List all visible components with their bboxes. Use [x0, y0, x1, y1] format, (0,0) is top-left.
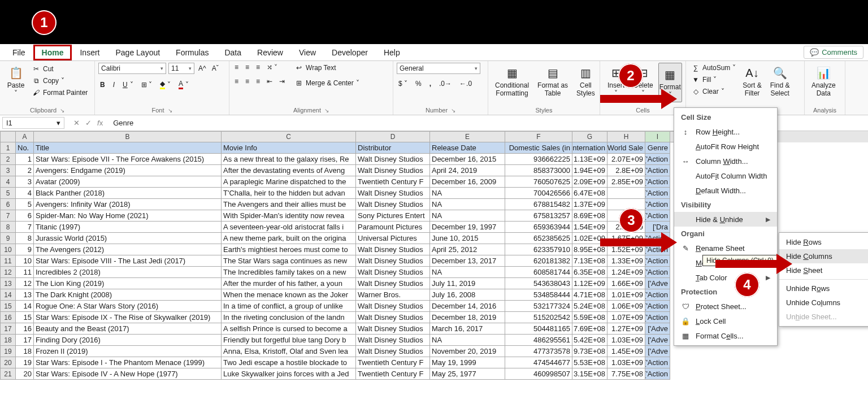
align-bottom-button[interactable]: ≡	[254, 63, 262, 72]
row-header[interactable]: 14	[0, 289, 16, 301]
tab-file[interactable]: File	[5, 45, 33, 60]
italic-button[interactable]: I	[111, 80, 116, 89]
cell[interactable]: 7	[16, 222, 34, 233]
cell[interactable]: 1.07E+09	[607, 312, 645, 323]
cell[interactable]: April 25, 2012	[430, 244, 505, 255]
cell[interactable]: Sony Pictures Entert	[356, 210, 430, 222]
tab-view[interactable]: View	[291, 45, 324, 60]
cell[interactable]: Avatar (2009)	[34, 176, 222, 188]
comments-button[interactable]: 💬 Comments	[804, 46, 863, 59]
cell[interactable]: Walt Disney Studios	[356, 335, 430, 346]
row-header[interactable]: 13	[0, 278, 16, 289]
increase-decimal-button[interactable]: .0→	[437, 79, 453, 88]
cell[interactable]: ['Action	[645, 368, 670, 380]
cell[interactable]: December 16, 2015	[430, 154, 505, 165]
orientation-button[interactable]: ⤭ ˅	[265, 63, 279, 72]
cell[interactable]: The Avengers (2012)	[34, 244, 222, 255]
row-header[interactable]: 20	[0, 357, 16, 368]
cell[interactable]: Star Wars: Episode IV - A New Hope (1977…	[34, 368, 222, 380]
cell[interactable]: 7.69E+08	[572, 323, 607, 335]
cell[interactable]: Walt Disney Studios	[356, 244, 430, 255]
cell[interactable]: Release Date	[430, 142, 505, 154]
cell[interactable]: Walt Disney Studios	[356, 346, 430, 357]
cell[interactable]: 1.01E+09	[607, 289, 645, 301]
cell[interactable]: Incredibles 2 (2018)	[34, 267, 222, 278]
tab-developer[interactable]: Developer	[324, 45, 376, 60]
cell[interactable]: 18	[16, 346, 34, 357]
menu-protect-sheet[interactable]: 🛡Protect Sheet...	[674, 299, 777, 314]
tab-data[interactable]: Data	[216, 45, 249, 60]
bold-button[interactable]: B	[98, 80, 107, 89]
cell[interactable]: June 10, 2015	[430, 233, 505, 244]
align-top-button[interactable]: ≡	[233, 63, 240, 72]
cell[interactable]: 460998507	[505, 368, 572, 380]
tab-insert[interactable]: Insert	[72, 45, 107, 60]
cut-button[interactable]: ✂Cut	[30, 64, 89, 74]
menu-unhide-rows[interactable]: Unhide Rows	[779, 281, 868, 296]
tab-home[interactable]: Home	[33, 45, 72, 60]
font-launcher[interactable]: ↘	[168, 107, 172, 114]
cell[interactable]: 11	[16, 267, 34, 278]
cell[interactable]: 2.8E+09	[607, 165, 645, 176]
format-as-table-button[interactable]: ▤Format as Table	[534, 63, 571, 99]
cell[interactable]: Domestic Sales (in	[505, 142, 572, 154]
cell[interactable]: ['Adve	[645, 278, 670, 289]
cell[interactable]: Jurassic World (2015)	[34, 233, 222, 244]
cell[interactable]: Anna, Elsa, Kristoff, Olaf and Sven lea	[222, 346, 356, 357]
clear-button[interactable]: ◇Clear ˅	[689, 86, 737, 97]
cell[interactable]: ['Action	[645, 357, 670, 368]
cell[interactable]: Genre	[645, 142, 670, 154]
cell[interactable]: March 16, 2017	[430, 323, 505, 335]
cell[interactable]: A paraplegic Marine dispatched to the	[222, 176, 356, 188]
cell[interactable]: 1.37E+09	[572, 199, 607, 210]
cell[interactable]: 3.15E+08	[572, 368, 607, 380]
cell[interactable]: Earth's mightiest heroes must come to	[222, 244, 356, 255]
underline-button[interactable]: U ˅	[121, 80, 135, 89]
cell[interactable]: Star Wars: Episode IX - The Rise of Skyw…	[34, 312, 222, 323]
cell[interactable]: 534858444	[505, 289, 572, 301]
cell[interactable]: 1.03E+09	[607, 357, 645, 368]
cell[interactable]: NA	[430, 188, 505, 199]
select-all-corner[interactable]	[0, 131, 16, 142]
cell[interactable]: 6	[16, 210, 34, 222]
cell[interactable]: The Lion King (2019)	[34, 278, 222, 289]
cell[interactable]: Distributor	[356, 142, 430, 154]
wrap-text-button[interactable]: ↩Wrap Text	[293, 63, 361, 73]
cell[interactable]: Walt Disney Studios	[356, 267, 430, 278]
cell[interactable]: ['Adve	[645, 346, 670, 357]
row-header[interactable]: 9	[0, 233, 16, 244]
cell[interactable]: NA	[430, 335, 505, 346]
cell[interactable]: Internation	[572, 142, 607, 154]
cell[interactable]: After the devastating events of Aveng	[222, 165, 356, 176]
autosum-button[interactable]: ∑AutoSum ˅	[689, 63, 737, 73]
cell[interactable]: Spider-Man: No Way Home (2021)	[34, 210, 222, 222]
cell[interactable]: Walt Disney Studios	[356, 255, 430, 267]
row-header[interactable]: 16	[0, 312, 16, 323]
row-header[interactable]: 7	[0, 210, 16, 222]
tab-formulas[interactable]: Formulas	[168, 45, 216, 60]
align-left-button[interactable]: ≡	[233, 77, 240, 86]
sort-filter-button[interactable]: A↓Sort & Filter	[739, 63, 765, 99]
cell[interactable]: NA	[430, 267, 505, 278]
cell[interactable]	[607, 188, 645, 199]
accounting-button[interactable]: $ ˅	[397, 79, 409, 88]
cell[interactable]: Warner Bros.	[356, 289, 430, 301]
menu-autofit-row[interactable]: AutoFit Row Height	[674, 139, 777, 154]
cell[interactable]: Titanic (1997)	[34, 222, 222, 233]
cell[interactable]: Walt Disney Studios	[356, 154, 430, 165]
copy-button[interactable]: ⧉Copy ˅	[30, 76, 89, 86]
cell[interactable]: May 19, 1999	[430, 357, 505, 368]
cell[interactable]: May 25, 1977	[430, 368, 505, 380]
cell[interactable]: Friendly but forgetful blue tang Dory b	[222, 335, 356, 346]
cell[interactable]: 5	[16, 199, 34, 210]
cell[interactable]: Twentieth Century F	[356, 176, 430, 188]
number-format-select[interactable]: General▾	[397, 63, 480, 74]
menu-format-cells[interactable]: ▦Format Cells...	[674, 328, 777, 343]
cell[interactable]: 14	[16, 301, 34, 312]
cell[interactable]: 13	[16, 289, 34, 301]
tab-page-layout[interactable]: Page Layout	[107, 45, 168, 60]
cell[interactable]: After the murder of his father, a youn	[222, 278, 356, 289]
cell[interactable]: 9	[16, 244, 34, 255]
cell[interactable]: ['Action	[645, 312, 670, 323]
cell[interactable]: April 24, 2019	[430, 165, 505, 176]
